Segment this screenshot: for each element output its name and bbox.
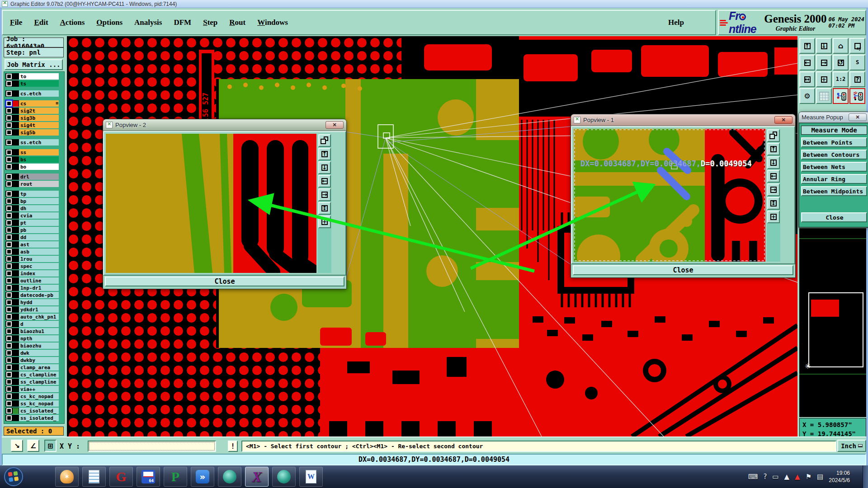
layer-row-auto_chk_pn1[interactable]: auto_chk_pn1 — [5, 314, 59, 320]
taskbar-app-cam-viewer-2[interactable] — [272, 467, 296, 487]
layer-name[interactable]: spec — [19, 263, 59, 269]
layer-name[interactable]: dh — [19, 205, 59, 211]
layer-checkbox[interactable] — [6, 242, 12, 247]
layer-row-ts[interactable]: ts — [5, 80, 59, 87]
layer-name[interactable]: bs — [19, 156, 59, 163]
layer-name[interactable]: npth — [19, 335, 59, 342]
pv2-tools-zoom-in-button[interactable]: ↑ — [318, 148, 331, 160]
toolbar-button-zoom-ratio[interactable]: 1:2 — [833, 71, 849, 87]
layer-name[interactable]: d — [19, 321, 59, 327]
layer-row-drl[interactable]: drl — [5, 174, 59, 180]
layer-row-biaozhu1[interactable]: biaozhu1 — [5, 328, 59, 334]
layer-row-dh[interactable]: dh — [5, 205, 59, 211]
layer-name[interactable]: index — [19, 270, 59, 277]
layer-checkbox[interactable] — [6, 174, 12, 179]
layer-name[interactable]: datecode-pb — [19, 292, 59, 298]
layer-name[interactable]: pt — [19, 220, 59, 226]
layer-checkbox[interactable] — [6, 108, 12, 113]
tray-network-status-icon[interactable]: ▤ — [817, 473, 823, 481]
pv1-tools-zoom-in-button[interactable]: ↑ — [767, 143, 780, 155]
layer-checkbox[interactable] — [6, 285, 12, 291]
menu-help[interactable]: Help — [668, 18, 684, 27]
layer-checkbox[interactable] — [6, 256, 12, 262]
toolbar-button-help-box[interactable]: ? — [849, 71, 865, 87]
layer-name[interactable]: rout — [19, 181, 59, 187]
menu-rout[interactable]: Rout — [229, 18, 245, 27]
pv2-tools-fit-vertical-button[interactable]: ↕ — [318, 202, 331, 215]
layer-name[interactable]: dd — [19, 234, 59, 240]
layer-row-dwkby[interactable]: dwkby — [5, 357, 59, 363]
layer-row-clamp_area[interactable]: clamp_area — [5, 364, 59, 371]
taskbar-app-shell[interactable]: ✶ — [55, 467, 79, 487]
pv1-tools-shift-left-button[interactable]: ← — [767, 170, 780, 183]
layer-row-pt[interactable]: pt — [5, 220, 59, 226]
layer-row-sig2t[interactable]: sig2t — [5, 108, 59, 114]
layer-row-asb[interactable]: asb — [5, 249, 59, 255]
menu-step[interactable]: Step — [203, 18, 217, 27]
layer-checkbox[interactable] — [6, 394, 12, 399]
measure-close-button[interactable]: Close — [801, 212, 867, 222]
measure-mode-between-contours[interactable]: Between Contours — [801, 150, 867, 160]
close-icon[interactable]: ✕ — [326, 121, 344, 129]
start-button[interactable] — [4, 467, 24, 487]
select-mode-button[interactable]: ↘ — [11, 440, 23, 452]
show-desktop-button[interactable] — [863, 465, 868, 488]
popview-2-view[interactable] — [106, 134, 316, 273]
toolbar-button-window-xy[interactable]: xy — [849, 38, 865, 54]
layer-name[interactable]: ss — [19, 149, 59, 155]
taskbar-app-g-app[interactable]: G — [109, 467, 133, 487]
tray-ime-triangle-icon[interactable]: ▲ — [795, 473, 800, 481]
layer-checkbox[interactable] — [6, 206, 12, 211]
layer-name[interactable]: dwk — [19, 350, 59, 356]
layer-checkbox[interactable] — [6, 307, 12, 312]
layer-name[interactable]: ss_isolated_ — [19, 415, 59, 421]
popview-1-view[interactable] — [574, 129, 765, 262]
layer-name[interactable]: biaozhu — [19, 343, 59, 349]
toolbar-button-serpentine[interactable]: S — [849, 55, 865, 70]
layer-name[interactable]: bo — [19, 164, 59, 170]
measure-mode-between-nets[interactable]: Between Nets — [801, 162, 867, 172]
layer-checkbox[interactable] — [6, 101, 12, 106]
menu-options[interactable]: Options — [96, 18, 123, 27]
tray-action-center-flag-icon[interactable]: ⚑ — [806, 473, 811, 481]
layer-checkbox[interactable] — [6, 300, 12, 305]
layer-row-ydkdr1[interactable]: ydkdr1 — [5, 306, 59, 313]
layer-row-dd[interactable]: dd — [5, 234, 59, 240]
close-icon[interactable]: ✕ — [849, 113, 867, 121]
layer-name[interactable]: to — [19, 73, 59, 80]
popview-2-titlebar[interactable]: Popview - 2 ✕ — [103, 119, 346, 131]
layer-row-1np-dr1[interactable]: 1np-dr1 — [5, 285, 59, 291]
toolbar-button-net-highlight-1[interactable] — [833, 88, 849, 104]
layer-checkbox[interactable] — [6, 263, 12, 269]
layer-checkbox[interactable] — [6, 191, 12, 197]
layer-row-to[interactable]: to — [5, 73, 59, 80]
measure-mode-between-points[interactable]: Between Points — [801, 137, 867, 147]
layer-row-bp[interactable]: bp — [5, 198, 59, 204]
menu-edit[interactable]: Edit — [34, 18, 48, 27]
layer-checkbox[interactable] — [6, 415, 12, 421]
toolbar-button-net-highlight-2[interactable] — [849, 88, 865, 104]
layer-checkbox[interactable] — [6, 164, 12, 169]
layer-name[interactable]: ast — [19, 241, 59, 248]
layer-row-cs_kc_nopad[interactable]: cs_kc_nopad — [5, 393, 59, 399]
taskbar-app-p-app[interactable]: P — [164, 467, 187, 487]
layer-checkbox[interactable] — [6, 122, 12, 128]
toolbar-button-clip-in[interactable]: ↑ — [799, 38, 815, 54]
layer-row-cs_clampline[interactable]: cs_clampline — [5, 371, 59, 378]
taskbar-app-x-cam[interactable]: X — [245, 467, 269, 487]
menu-file[interactable]: File — [10, 18, 22, 27]
layer-checkbox[interactable] — [6, 227, 12, 233]
layer-checkbox[interactable] — [6, 365, 12, 370]
layer-name[interactable]: cvia — [19, 212, 59, 219]
layer-name[interactable]: cs.etch — [19, 90, 59, 97]
layer-checkbox[interactable] — [6, 130, 12, 135]
grid-snap-button[interactable]: ⊞ — [44, 440, 57, 452]
layer-name[interactable]: clamp_area — [19, 364, 59, 371]
layer-row-via++[interactable]: via++ — [5, 386, 59, 392]
pv2-tools-shift-right-button[interactable]: → — [318, 188, 331, 201]
layer-name[interactable]: biaozhu1 — [19, 328, 59, 334]
layer-name[interactable]: via++ — [19, 386, 59, 392]
measure-mode-between-midpoints[interactable]: Between Midpoints — [801, 186, 867, 196]
layer-row-tp[interactable]: tp — [5, 191, 59, 197]
layer-checkbox[interactable] — [6, 408, 12, 413]
